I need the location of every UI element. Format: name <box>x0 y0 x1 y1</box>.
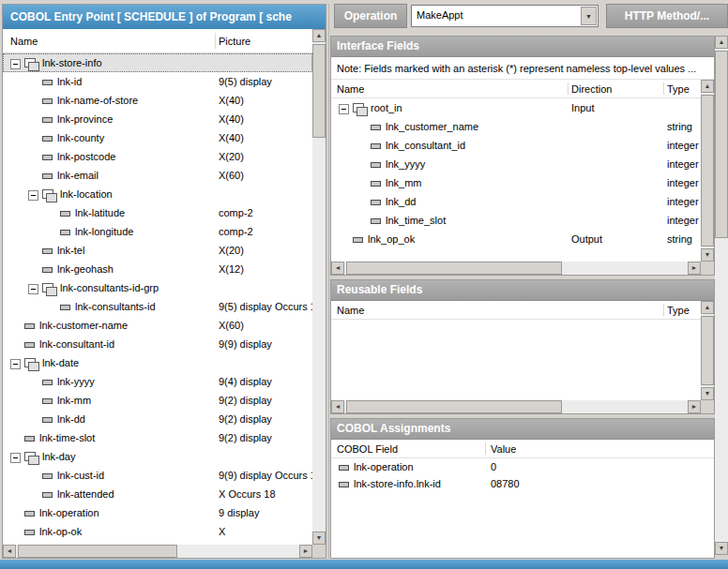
right-arrow-icon: ► <box>691 403 698 410</box>
panel-divider[interactable] <box>328 4 329 559</box>
tree-row[interactable]: lnk-emailX(60) <box>3 166 312 185</box>
scrollbar-thumb[interactable] <box>346 262 562 275</box>
tree-item-label: lnk-consultants-id <box>75 301 156 312</box>
tree-expander-icon[interactable] <box>10 359 21 369</box>
interface-field-row[interactable]: root_inInput <box>331 98 701 117</box>
tree-row[interactable]: lnk-latitudecomp-2 <box>3 203 312 222</box>
tree-row[interactable]: lnk-id9(5) display <box>3 72 312 91</box>
tree-item-label: lnk-location <box>60 188 113 200</box>
scroll-right-button[interactable]: ► <box>688 262 701 275</box>
left-vertical-scrollbar[interactable]: ▲ ▼ <box>312 29 326 545</box>
field-name: lnk_dd <box>386 196 416 207</box>
interface-field-row[interactable]: lnk_yyyyinteger <box>331 155 701 173</box>
tree-row[interactable]: lnk-cust-id9(9) display Occurs 18 <box>3 466 312 485</box>
scroll-up-button[interactable]: ▲ <box>715 36 728 49</box>
tree-row[interactable]: lnk-consultants-id-grp <box>3 278 312 297</box>
interface-field-row[interactable]: lnk_op_okOutputstring <box>331 230 701 248</box>
tree-row[interactable]: lnk-location <box>3 185 312 203</box>
scroll-left-button[interactable]: ◄ <box>3 545 16 558</box>
left-horizontal-scrollbar[interactable]: ◄ ► <box>3 545 312 558</box>
tree-row[interactable]: lnk-dd9(2) display <box>3 410 312 428</box>
reusable-vertical-scrollbar[interactable]: ▲ ▼ <box>701 301 714 400</box>
tree-item-label: lnk-date <box>42 357 79 368</box>
tree-expander-icon[interactable] <box>28 284 38 294</box>
scroll-left-button[interactable]: ◄ <box>331 262 344 275</box>
field-icon <box>60 305 70 310</box>
reusable-horizontal-scrollbar[interactable]: ◄ ► <box>331 400 701 413</box>
scroll-down-button[interactable]: ▼ <box>312 532 326 545</box>
tree-row[interactable]: lnk-name-of-storeX(40) <box>3 91 312 110</box>
field-icon <box>24 511 35 517</box>
field-icon <box>42 173 53 179</box>
tree-row[interactable]: lnk-consultants-id9(5) display Occurs 16 <box>3 297 312 316</box>
interface-vertical-scrollbar[interactable]: ▲ ▼ <box>701 80 714 262</box>
scroll-down-button[interactable]: ▼ <box>701 387 714 400</box>
tree-expander-icon[interactable] <box>339 104 349 114</box>
tree-row[interactable]: lnk-day <box>3 447 312 466</box>
column-separator <box>568 82 569 95</box>
tree-item-label: lnk-time-slot <box>39 432 95 443</box>
tree-row[interactable]: lnk-countyX(40) <box>3 128 312 147</box>
picture-value: X Occurs 18 <box>219 485 276 503</box>
field-icon <box>24 323 35 329</box>
tree-row[interactable]: lnk-geohashX(12) <box>3 260 312 278</box>
tree-row[interactable]: lnk-postcodeX(20) <box>3 147 312 166</box>
tree-column-headers: Name Picture <box>3 29 312 53</box>
scrollbar-thumb[interactable] <box>312 44 326 138</box>
tree-row[interactable]: lnk-store-info <box>3 53 312 72</box>
scrollbar-thumb[interactable] <box>346 400 562 413</box>
interface-field-row[interactable]: lnk_ddinteger <box>331 192 701 211</box>
scroll-up-button[interactable]: ▲ <box>312 29 326 42</box>
scroll-right-button[interactable]: ► <box>299 545 312 558</box>
scroll-up-button[interactable]: ▲ <box>701 80 714 93</box>
tree-row[interactable]: lnk-date <box>3 353 312 372</box>
tree-row[interactable]: lnk-mm9(2) display <box>3 391 312 410</box>
tree-row[interactable]: lnk-provinceX(40) <box>3 110 312 128</box>
interface-horizontal-scrollbar[interactable]: ◄ ► <box>331 262 701 275</box>
picture-value: 9(5) display Occurs 16 <box>219 297 312 316</box>
tree-row[interactable]: lnk-op-okX <box>3 522 312 541</box>
field-icon <box>371 218 381 224</box>
field-icon <box>24 530 35 535</box>
scrollbar-thumb[interactable] <box>18 545 177 558</box>
tree-row[interactable]: lnk-attendedX Occurs 18 <box>3 485 312 503</box>
scroll-left-button[interactable]: ◄ <box>331 400 344 413</box>
cobol-structure-tree: lnk-store-infolnk-id9(5) displaylnk-name… <box>3 53 312 545</box>
assignment-row[interactable]: lnk-store-info.lnk-id08780 <box>331 475 714 492</box>
tree-row[interactable]: lnk-telX(20) <box>3 241 312 260</box>
scrollbar-thumb[interactable] <box>715 51 728 238</box>
field-icon <box>60 230 70 235</box>
tree-row[interactable]: lnk-longitudecomp-2 <box>3 222 312 241</box>
scrollbar-thumb[interactable] <box>701 95 714 247</box>
tree-expander-icon[interactable] <box>10 59 21 69</box>
interface-field-row[interactable]: lnk_mminteger <box>331 173 701 192</box>
right-pane-vertical-scrollbar[interactable]: ▲ ▼ <box>715 36 728 555</box>
interface-field-row[interactable]: lnk_customer_namestring <box>331 117 701 136</box>
interface-field-row[interactable]: lnk_consultant_idinteger <box>331 136 701 155</box>
dropdown-arrow-icon[interactable]: ▼ <box>581 7 597 25</box>
column-header-type: Type <box>667 301 690 320</box>
scroll-up-button[interactable]: ▲ <box>701 301 714 314</box>
scroll-down-button[interactable]: ▼ <box>715 542 728 555</box>
tree-row[interactable]: lnk-time-slot9(2) display <box>3 428 312 447</box>
tree-row[interactable]: lnk-consultant-id9(9) display <box>3 335 312 353</box>
assignment-row[interactable]: lnk-operation0 <box>331 458 714 475</box>
tree-row[interactable]: lnk-customer-nameX(60) <box>3 316 312 335</box>
field-direction: Input <box>571 98 594 117</box>
scrollbar-thumb[interactable] <box>701 316 714 385</box>
scroll-down-button[interactable]: ▼ <box>701 248 714 262</box>
scroll-right-button[interactable]: ► <box>688 400 701 413</box>
tree-item-label: lnk-email <box>57 170 99 181</box>
tree-row[interactable]: lnk-operation9 display <box>3 503 312 522</box>
http-method-button[interactable]: HTTP Method/... <box>606 4 728 28</box>
field-name: lnk_time_slot <box>386 215 446 226</box>
picture-value: 9(4) display <box>219 372 272 391</box>
interface-field-row[interactable]: lnk_time_slotinteger <box>331 211 701 230</box>
tree-item-label: lnk-consultant-id <box>39 338 114 350</box>
operation-dropdown[interactable]: MakeAppt ▼ <box>411 5 599 27</box>
tree-expander-icon[interactable] <box>10 453 21 463</box>
tree-expander-icon[interactable] <box>28 190 38 201</box>
tree-row[interactable]: lnk-yyyy9(4) display <box>3 372 312 391</box>
operation-label[interactable]: Operation <box>334 4 407 28</box>
column-header-name: Name <box>337 80 364 98</box>
